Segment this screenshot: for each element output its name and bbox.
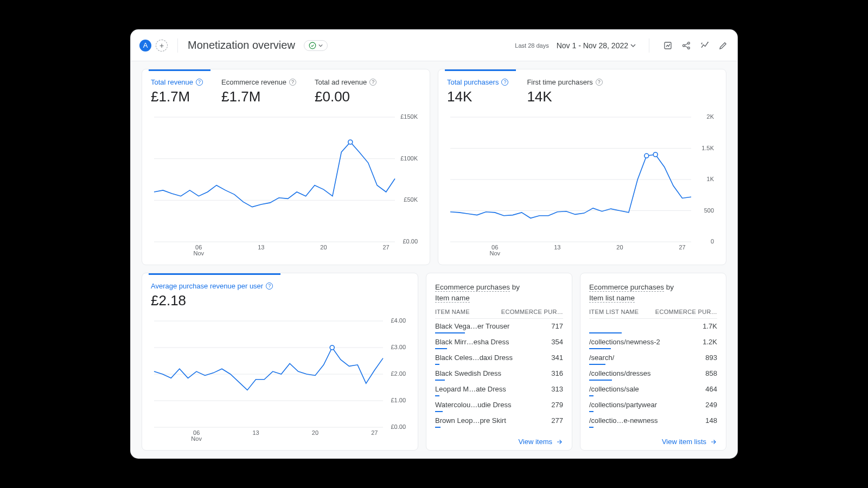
table-row[interactable]: Watercolou…udie Dress279: [435, 397, 563, 410]
metric-value: £0.00: [315, 88, 376, 105]
svg-text:0: 0: [711, 238, 714, 245]
svg-text:Nov: Nov: [191, 435, 202, 442]
svg-text:£150K: £150K: [400, 113, 418, 120]
table-row[interactable]: /collectio…e-newness148: [589, 413, 717, 426]
purchasers-tab-0[interactable]: Total purchasers?14K: [447, 78, 508, 105]
table-row[interactable]: Black Vega…er Trouser717: [435, 319, 563, 331]
arrow-right-icon: [710, 438, 717, 446]
divider: [649, 38, 649, 53]
svg-text:1K: 1K: [707, 176, 714, 182]
svg-text:500: 500: [704, 207, 714, 214]
metric-value: £2.18: [151, 292, 273, 309]
chart-avg-revenue[interactable]: £0.00£1.00£2.00£3.00£4.0006Nov132027: [151, 314, 409, 448]
table-header: ITEM LIST NAMEECOMMERCE PUR…: [589, 309, 717, 319]
card-item-lists-table: Ecommerce purchases by Item list name IT…: [580, 273, 726, 451]
table-row[interactable]: Leopard M…ate Dress313: [435, 382, 563, 394]
insights-icon[interactable]: [699, 40, 710, 51]
revenue-tab-0[interactable]: Total revenue?£1.7M: [151, 78, 203, 105]
metric-label: Ecommerce revenue?: [221, 78, 296, 86]
card-avg-revenue: Average purchase revenue per user?£2.18 …: [142, 273, 418, 451]
chart-revenue[interactable]: £0.00£50K£100K£150K06Nov132027: [151, 111, 421, 262]
divider: [177, 38, 178, 53]
table-row[interactable]: /collections/dresses858: [589, 366, 717, 378]
svg-text:£100K: £100K: [400, 155, 418, 162]
svg-text:£3.00: £3.00: [391, 344, 406, 350]
metric-value: £1.7M: [221, 88, 296, 105]
date-range-picker[interactable]: Nov 1 - Nov 28, 2022: [557, 41, 636, 50]
svg-text:13: 13: [554, 244, 560, 251]
metric-value: 14K: [527, 88, 602, 105]
metric-value: 14K: [447, 88, 508, 105]
table-row[interactable]: Black Celes…daxi Dress341: [435, 350, 563, 363]
page-title: Monetization overview: [188, 39, 295, 52]
svg-text:13: 13: [258, 244, 264, 251]
svg-point-35: [644, 153, 649, 158]
metric-label: Total revenue?: [151, 78, 203, 86]
svg-text:27: 27: [382, 244, 389, 251]
svg-text:£0.00: £0.00: [391, 423, 406, 430]
table-header: ITEM NAMEECOMMERCE PUR…: [435, 309, 563, 319]
topbar: A + Monetization overview Last 28 days N…: [131, 30, 737, 61]
customize-report-icon[interactable]: [662, 40, 673, 51]
table-title: Ecommerce purchases by Item list name: [589, 282, 717, 303]
svg-text:20: 20: [616, 244, 623, 251]
table-row[interactable]: Black Swedish Dress316: [435, 366, 563, 378]
svg-text:1.5K: 1.5K: [701, 145, 714, 151]
table-row[interactable]: /collections/partywear249: [589, 397, 717, 410]
svg-text:Nov: Nov: [193, 250, 204, 256]
table-row[interactable]: Brown Leop…pre Skirt277: [435, 413, 563, 426]
table-row[interactable]: /search/893: [589, 350, 717, 363]
view-item-lists-link[interactable]: View item lists: [589, 434, 717, 446]
help-icon[interactable]: ?: [501, 79, 508, 86]
revenue-tab-1[interactable]: Ecommerce revenue?£1.7M: [221, 78, 296, 105]
svg-text:20: 20: [312, 429, 318, 436]
table-row[interactable]: Black Mirr…esha Dress354: [435, 335, 563, 347]
metric-value: £1.7M: [151, 88, 203, 105]
chart-purchasers[interactable]: 05001K1.5K2K06Nov132027: [447, 111, 717, 262]
metric-label: First time purchasers?: [527, 78, 602, 86]
table-row[interactable]: /collections/newness-21.2K: [589, 335, 717, 347]
svg-text:13: 13: [252, 429, 259, 436]
svg-point-36: [653, 152, 658, 157]
chevron-down-icon: [630, 43, 636, 48]
avg-tab-0[interactable]: Average purchase revenue per user?£2.18: [151, 282, 273, 309]
svg-text:27: 27: [679, 244, 685, 251]
svg-point-0: [309, 42, 316, 49]
svg-point-52: [330, 345, 334, 350]
date-hint: Last 28 days: [515, 42, 548, 49]
table-title: Ecommerce purchases by Item name: [435, 282, 563, 303]
status-chip[interactable]: [304, 40, 328, 51]
table-row[interactable]: 1.7K: [589, 319, 717, 331]
svg-text:Nov: Nov: [489, 250, 500, 256]
help-icon[interactable]: ?: [289, 79, 296, 86]
svg-text:20: 20: [320, 244, 327, 251]
check-circle-icon: [309, 42, 316, 49]
help-icon[interactable]: ?: [196, 79, 203, 86]
help-icon[interactable]: ?: [369, 79, 376, 86]
card-items-table: Ecommerce purchases by Item name ITEM NA…: [426, 273, 572, 451]
svg-text:27: 27: [371, 429, 378, 436]
svg-point-5: [708, 42, 709, 42]
card-revenue: Total revenue?£1.7MEcommerce revenue?£1.…: [142, 69, 430, 265]
metric-label: Total purchasers?: [447, 78, 508, 86]
svg-text:2K: 2K: [707, 113, 714, 120]
table-row[interactable]: /collections/sale464: [589, 382, 717, 394]
account-avatar[interactable]: A: [139, 40, 151, 52]
share-icon[interactable]: [681, 40, 692, 51]
svg-text:£50K: £50K: [404, 196, 418, 203]
chevron-down-icon: [318, 43, 323, 48]
svg-text:£2.00: £2.00: [391, 370, 406, 377]
view-items-link[interactable]: View items: [435, 434, 563, 446]
edit-icon[interactable]: [718, 40, 729, 51]
arrow-right-icon: [556, 438, 563, 446]
svg-text:£0.00: £0.00: [403, 238, 418, 245]
card-purchasers: Total purchasers?14KFirst time purchaser…: [438, 69, 726, 265]
svg-text:£1.00: £1.00: [391, 397, 406, 403]
purchasers-tab-1[interactable]: First time purchasers?14K: [527, 78, 602, 105]
svg-point-19: [348, 140, 353, 144]
add-account-button[interactable]: +: [156, 40, 168, 52]
help-icon[interactable]: ?: [596, 79, 603, 86]
revenue-tab-2[interactable]: Total ad revenue?£0.00: [315, 78, 376, 105]
help-icon[interactable]: ?: [266, 282, 273, 290]
metric-label: Average purchase revenue per user?: [151, 282, 273, 290]
